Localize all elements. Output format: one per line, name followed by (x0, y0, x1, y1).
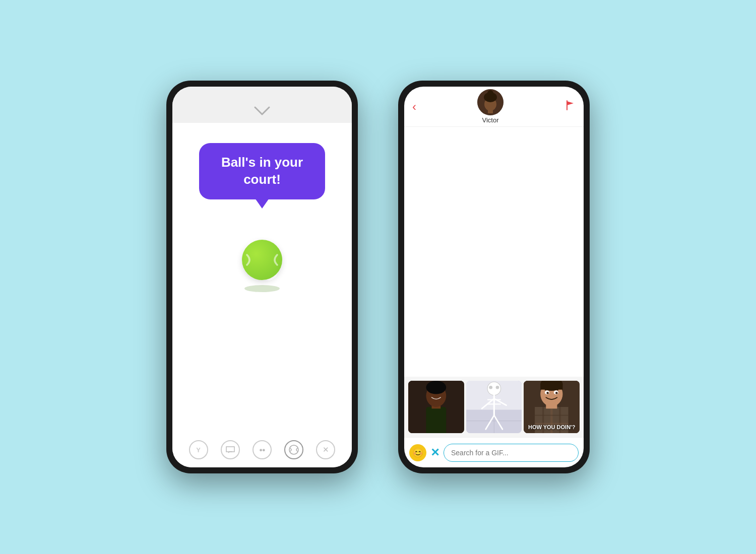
chat-user-name: Victor (482, 116, 499, 124)
footer-icon-eyes[interactable]: ●● (253, 440, 272, 459)
match-footer: Y ●● ✕ (172, 432, 352, 467)
svg-point-13 (426, 381, 446, 394)
chevron-down-icon[interactable] (252, 105, 272, 117)
back-button[interactable]: ‹ (412, 100, 416, 114)
chat-input-bar: 😊 ✕ (404, 437, 584, 467)
footer-icon-message[interactable] (221, 440, 240, 459)
svg-point-42 (547, 392, 549, 394)
gif-thumb-1[interactable] (408, 381, 464, 433)
svg-point-5 (487, 90, 493, 96)
chat-header: ‹ Victor (404, 87, 584, 127)
chat-messages-area (404, 127, 584, 377)
gif-3-label: HOW YOU DOIN'? (526, 424, 578, 430)
svg-point-27 (495, 386, 499, 389)
footer-icon-tennis[interactable] (284, 440, 303, 459)
svg-rect-39 (541, 384, 563, 390)
footer-icon-x[interactable]: ✕ (316, 440, 335, 459)
avatar[interactable] (477, 89, 503, 115)
gif-strip: HOW YOU DOIN'? (404, 377, 584, 437)
tennis-ball-shadow (244, 285, 280, 292)
tennis-ball-container (242, 240, 282, 292)
svg-rect-10 (426, 407, 446, 433)
phone-2: ‹ Victor (398, 81, 590, 473)
speech-bubble-text: Ball's in your court! (221, 155, 303, 187)
chat-header-center: Victor (477, 89, 503, 124)
match-header[interactable] (172, 87, 352, 123)
close-gif-button[interactable]: ✕ (430, 446, 439, 459)
phone-2-screen: ‹ Victor (404, 87, 584, 467)
svg-point-43 (555, 392, 557, 394)
match-body: Ball's in your court! (172, 123, 352, 432)
gif-search-input[interactable] (444, 444, 579, 462)
phone-1: Ball's in your court! Y (166, 81, 358, 473)
footer-icon-y[interactable]: Y (189, 440, 208, 459)
flag-button[interactable] (564, 100, 576, 114)
phone-1-screen: Ball's in your court! Y (172, 87, 352, 467)
emoji-button[interactable]: 😊 (409, 444, 426, 461)
gif-thumb-3[interactable]: HOW YOU DOIN'? (524, 381, 580, 433)
speech-bubble: Ball's in your court! (199, 143, 325, 199)
svg-point-26 (489, 386, 492, 389)
svg-rect-6 (488, 109, 493, 113)
gif-thumb-2[interactable] (466, 381, 522, 433)
tennis-ball-icon (242, 240, 282, 280)
svg-point-18 (487, 382, 501, 395)
svg-point-1 (289, 445, 298, 454)
